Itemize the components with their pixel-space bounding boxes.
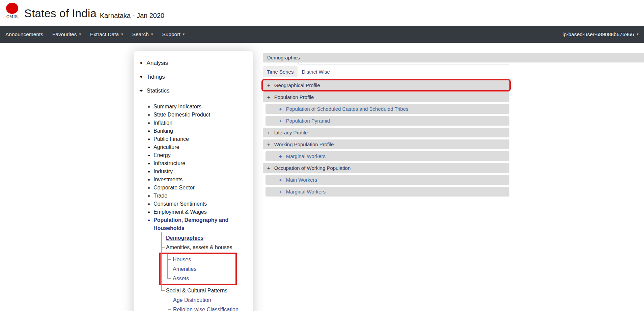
nav-item-label: Extract Data: [90, 31, 119, 37]
chapter-row-label: Marginal Workers: [286, 153, 326, 159]
sidebar-item-industry[interactable]: Industry: [153, 167, 232, 176]
sidebar-item-infrastructure[interactable]: Infrastructure: [153, 159, 232, 167]
sidebar-item-banking[interactable]: Banking: [153, 127, 232, 135]
cmie-logo-text: CMIE: [5, 14, 20, 19]
plus-icon: +: [279, 106, 282, 112]
sidebar-tree-item-amenities-assets-houses[interactable]: Amenities, assets & houses: [166, 244, 232, 250]
chevron-down-icon: ▾: [79, 32, 81, 36]
chapter-row-label: Marginal Workers: [286, 189, 326, 195]
cmie-logo[interactable]: CMIE: [5, 3, 20, 19]
subtab-time-series[interactable]: Time Series: [263, 66, 298, 77]
chapter-row-marginal-workers[interactable]: +Marginal Workers: [265, 151, 509, 161]
chevron-down-icon: ▾: [183, 32, 185, 36]
sidebar-item-consumer-sentiments[interactable]: Consumer Sentiments: [153, 200, 232, 208]
tree-node-social-cultural-patterns: Social & Cultural PatternsAge Distributi…: [161, 287, 247, 311]
sidebar-item-state-domestic-product[interactable]: State Domestic Product: [153, 111, 232, 119]
tree-node-assets: Assets: [167, 275, 235, 282]
chapter-row-population-pyramid[interactable]: +Population Pyramid: [265, 116, 509, 126]
nav-item-support[interactable]: Support▾: [162, 31, 185, 37]
cmie-logo-icon: [6, 3, 18, 14]
plus-icon: +: [267, 141, 270, 147]
nav-item-label: Support: [162, 31, 180, 37]
page-subtitle: Karnataka - Jan 2020: [100, 12, 164, 20]
plus-icon: +: [279, 118, 282, 124]
plus-icon: +: [267, 94, 270, 100]
chapter-row-label: Working Population Profile: [274, 141, 334, 147]
app-header: CMIE States of India Karnataka - Jan 202…: [0, 0, 644, 26]
sidebar-section-analysis[interactable]: ✦Analysis: [139, 60, 247, 67]
sidebar-section-label: Tidings: [147, 74, 165, 80]
navbar: AnnouncementsFavourites▾Extract Data▾Sea…: [0, 26, 644, 43]
sidebar-tree-item-age-distribution[interactable]: Age Distribution: [173, 297, 211, 303]
sidebar-tree-item-houses[interactable]: Houses: [173, 257, 191, 262]
nav-item-label: Search: [132, 31, 149, 37]
nav-item-extract-data[interactable]: Extract Data▾: [90, 31, 123, 37]
chapter-row-label: Population Pyramid: [286, 118, 330, 124]
chapter-row-label: Geographical Profile: [274, 82, 320, 88]
chapter-row-marginal-workers[interactable]: +Marginal Workers: [265, 187, 509, 197]
tree-children: Age DistributionReligion-wise Classifica…: [168, 296, 247, 311]
page-title: States of India: [24, 7, 96, 20]
sidebar-item-trade[interactable]: Trade: [153, 192, 232, 200]
sidebar-item-population-demography-and-households[interactable]: Population, Demography and Households: [153, 216, 232, 232]
chapter-row-occupation-of-working-population[interactable]: +Occupation of Working Population: [263, 163, 509, 173]
chapter-row-label: Demographics: [267, 55, 300, 60]
chevron-down-icon: ▾: [121, 32, 123, 36]
star-icon: ✦: [139, 74, 143, 80]
sidebar-section-tidings[interactable]: ✦Tidings: [139, 74, 247, 80]
tree-node-amenities-assets-houses: Amenities, assets & housesHousesAmenitie…: [161, 243, 247, 285]
plus-icon: +: [267, 130, 270, 135]
nav-item-label: Favourites: [52, 31, 77, 37]
tree-node-religion-wise-classification: Religion-wise Classification: [168, 306, 247, 311]
sidebar: ✦Analysis✦Tidings✦Statistics Summary Ind…: [134, 51, 253, 311]
chapter-row-main-workers[interactable]: +Main Workers: [265, 175, 509, 185]
chapter-rows: Demographics+Geographical Profile+Popula…: [263, 80, 509, 197]
sidebar-tree-item-demographics[interactable]: Demographics: [166, 235, 203, 241]
chapter-row-geographical-profile[interactable]: +Geographical Profile: [263, 80, 509, 90]
sidebar-item-investments[interactable]: Investments: [153, 176, 232, 184]
sidebar-sections: ✦Analysis✦Tidings✦Statistics: [139, 60, 247, 94]
chapter-row-working-population-profile[interactable]: +Working Population Profile: [263, 139, 509, 149]
sidebar-tree-item-amenities[interactable]: Amenities: [173, 266, 196, 272]
sidebar-tree-item-assets[interactable]: Assets: [173, 276, 189, 281]
sidebar-item-energy[interactable]: Energy: [153, 151, 232, 159]
statistics-list: Summary IndicatorsState Domestic Product…: [139, 103, 247, 232]
sidebar-item-inflation[interactable]: Inflation: [153, 119, 232, 127]
subtab-district-wise[interactable]: District Wise: [298, 66, 334, 77]
main-panel: TabulationsIndicators in this chapter + …: [263, 53, 509, 199]
chapter-row-label: Main Workers: [286, 177, 317, 183]
plus-icon: +: [279, 177, 282, 183]
sidebar-item-employment-wages[interactable]: Employment & Wages: [153, 208, 232, 216]
plus-icon: +: [267, 82, 270, 88]
sidebar-item-agriculture[interactable]: Agriculture: [153, 143, 232, 151]
sidebar-item-public-finance[interactable]: Public Finance: [153, 135, 232, 143]
user-menu[interactable]: ip-based-user-689088b676966 ▾: [562, 31, 639, 37]
nav-item-search[interactable]: Search▾: [132, 31, 153, 37]
chapter-row-label: Literacy Profile: [274, 130, 308, 135]
nav-item-favourites[interactable]: Favourites▾: [52, 31, 81, 37]
star-icon: ✦: [139, 60, 143, 66]
sidebar-tree-item-social-cultural-patterns[interactable]: Social & Cultural Patterns: [166, 288, 227, 293]
sidebar-section-label: Statistics: [147, 87, 170, 94]
annotation-box-sidebar: HousesAmenitiesAssets: [159, 253, 237, 285]
sidebar-item-corporate-sector[interactable]: Corporate Sector: [153, 184, 232, 192]
tree-node-amenities: Amenities: [167, 265, 235, 273]
chapter-row-population-profile[interactable]: +Population Profile: [263, 92, 509, 102]
chevron-down-icon: ▾: [637, 32, 639, 36]
tree-node-age-distribution: Age Distribution: [168, 296, 247, 304]
plus-icon: +: [279, 153, 282, 159]
chapter-row-label: Population Profile: [274, 94, 314, 100]
user-menu-label: ip-based-user-689088b676966: [562, 31, 634, 37]
chevron-down-icon: ▾: [151, 32, 153, 36]
sidebar-section-label: Analysis: [147, 60, 168, 67]
sidebar-section-statistics[interactable]: ✦Statistics: [139, 87, 247, 94]
chapter-row-demographics[interactable]: Demographics: [263, 53, 644, 62]
nav-item-announcements[interactable]: Announcements: [5, 31, 43, 37]
subtabs-row: Time SeriesDistrict Wise: [263, 66, 509, 77]
sidebar-tree-item-religion-wise-classification[interactable]: Religion-wise Classification: [173, 307, 239, 311]
chapter-row-label: Population of Scheduled Castes and Sched…: [286, 106, 409, 112]
chapter-row-population-of-scheduled-castes-and-scheduled-tribes[interactable]: +Population of Scheduled Castes and Sche…: [265, 104, 509, 114]
sidebar-tree: DemographicsAmenities, assets & housesHo…: [161, 234, 247, 311]
sidebar-item-summary-indicators[interactable]: Summary Indicators: [153, 103, 232, 111]
chapter-row-literacy-profile[interactable]: +Literacy Profile: [263, 128, 509, 137]
